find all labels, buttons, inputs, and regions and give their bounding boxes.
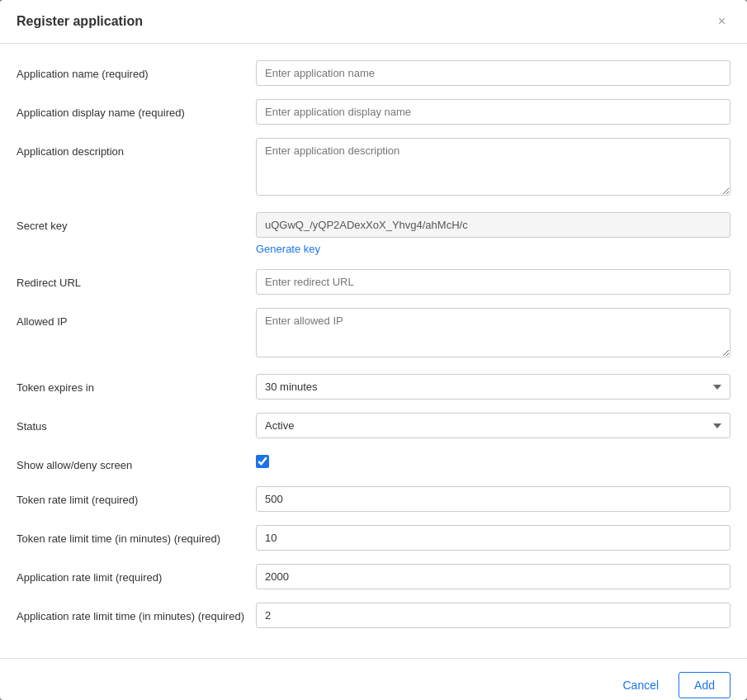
modal-overlay: Register application × Application name … <box>0 0 747 700</box>
application-name-label: Application name (required) <box>17 60 256 82</box>
token-rate-limit-wrap <box>256 486 730 512</box>
redirect-url-wrap <box>256 269 730 295</box>
cancel-button[interactable]: Cancel <box>611 673 670 698</box>
application-name-wrap <box>256 60 730 86</box>
redirect-url-row: Redirect URL <box>17 269 730 295</box>
token-rate-limit-label: Token rate limit (required) <box>17 486 256 508</box>
generate-key-link[interactable]: Generate key <box>256 243 320 255</box>
application-rate-limit-label: Application rate limit (required) <box>17 564 256 585</box>
secret-key-row: Secret key Generate key <box>17 212 730 256</box>
token-rate-limit-input[interactable] <box>256 486 730 512</box>
application-description-textarea[interactable] <box>256 138 730 196</box>
status-select[interactable]: Active Inactive <box>256 413 730 438</box>
secret-key-input[interactable] <box>256 212 730 238</box>
application-description-row: Application description <box>17 138 730 199</box>
application-rate-limit-time-wrap <box>256 603 730 628</box>
application-rate-limit-row: Application rate limit (required) <box>17 564 730 589</box>
token-expires-row: Token expires in 30 minutes 1 hour 2 hou… <box>17 374 730 400</box>
application-rate-limit-time-row: Application rate limit time (in minutes)… <box>17 603 730 628</box>
token-rate-limit-time-row: Token rate limit time (in minutes) (requ… <box>17 525 730 551</box>
status-wrap: Active Inactive <box>256 413 730 438</box>
application-rate-limit-time-label: Application rate limit time (in minutes)… <box>17 603 256 624</box>
close-button[interactable]: × <box>713 13 730 30</box>
allowed-ip-label: Allowed IP <box>17 308 256 329</box>
application-display-name-label: Application display name (required) <box>17 99 256 121</box>
application-description-wrap <box>256 138 730 199</box>
token-expires-wrap: 30 minutes 1 hour 2 hours 1 day <box>256 374 730 400</box>
show-allow-deny-checkbox[interactable] <box>256 455 269 468</box>
allowed-ip-row: Allowed IP <box>17 308 730 361</box>
allowed-ip-wrap <box>256 308 730 361</box>
application-display-name-row: Application display name (required) <box>17 99 730 125</box>
application-description-label: Application description <box>17 138 256 159</box>
application-rate-limit-time-input[interactable] <box>256 603 730 628</box>
modal-footer: Cancel Add <box>0 658 747 700</box>
allowed-ip-textarea[interactable] <box>256 308 730 357</box>
show-allow-deny-wrap <box>256 452 730 468</box>
token-rate-limit-time-input[interactable] <box>256 525 730 551</box>
modal-header: Register application × <box>0 0 747 44</box>
secret-key-wrap: Generate key <box>256 212 730 256</box>
application-rate-limit-input[interactable] <box>256 564 730 589</box>
status-label: Status <box>17 413 256 434</box>
add-button[interactable]: Add <box>678 672 730 698</box>
show-allow-deny-label: Show allow/deny screen <box>17 452 256 473</box>
modal-title: Register application <box>17 14 143 29</box>
status-row: Status Active Inactive <box>17 413 730 438</box>
redirect-url-label: Redirect URL <box>17 269 256 291</box>
redirect-url-input[interactable] <box>256 269 730 295</box>
token-expires-label: Token expires in <box>17 374 256 395</box>
application-name-input[interactable] <box>256 60 730 86</box>
application-display-name-input[interactable] <box>256 99 730 125</box>
token-rate-limit-time-wrap <box>256 525 730 551</box>
application-name-row: Application name (required) <box>17 60 730 86</box>
token-expires-select[interactable]: 30 minutes 1 hour 2 hours 1 day <box>256 374 730 400</box>
show-allow-deny-row: Show allow/deny screen <box>17 452 730 473</box>
application-display-name-wrap <box>256 99 730 125</box>
register-application-modal: Register application × Application name … <box>0 0 747 700</box>
application-rate-limit-wrap <box>256 564 730 589</box>
token-rate-limit-row: Token rate limit (required) <box>17 486 730 512</box>
token-rate-limit-time-label: Token rate limit time (in minutes) (requ… <box>17 525 256 546</box>
modal-body: Application name (required) Application … <box>0 44 747 658</box>
secret-key-label: Secret key <box>17 212 256 234</box>
